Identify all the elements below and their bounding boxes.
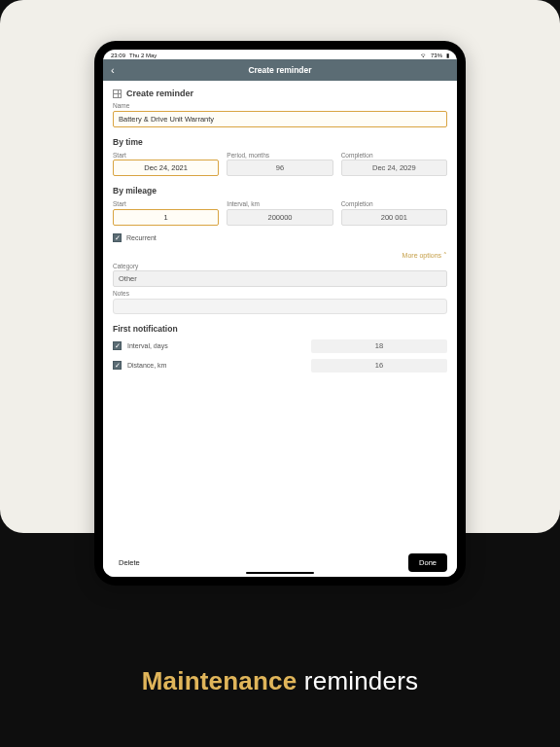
status-date: Thu 2 May <box>129 53 157 58</box>
recurrent-label: Recurrent <box>126 234 157 241</box>
content-area: Create reminder Name Battery & Drive Uni… <box>103 81 457 577</box>
name-input[interactable]: Battery & Drive Unit Warranty <box>113 111 447 127</box>
category-select[interactable]: Other <box>113 270 447 287</box>
mileage-completion-label: Completion <box>341 200 447 207</box>
done-button[interactable]: Done <box>408 553 447 572</box>
more-options-toggle[interactable]: More options ˄ <box>113 252 447 260</box>
battery-icon: ▮ <box>446 52 449 58</box>
chevron-up-icon: ˄ <box>443 252 447 259</box>
by-mileage-title: By mileage <box>113 186 447 196</box>
notes-input[interactable] <box>113 299 447 314</box>
caption-word-1: Maintenance <box>142 666 298 695</box>
name-label: Name <box>113 102 447 109</box>
notif-interval-label: Interval, days <box>127 342 168 349</box>
page-title: Create reminder <box>126 89 193 98</box>
marketing-caption: Maintenance reminders <box>0 666 560 696</box>
time-period-label: Period, months <box>227 152 332 159</box>
status-time: 23:09 <box>111 53 125 58</box>
screen: 23:09 Thu 2 May ᯤ 73% ▮ ‹ Create reminde… <box>103 50 457 577</box>
time-start-input[interactable]: Dec 24, 2021 <box>113 160 219 176</box>
notif-distance-label: Distance, km <box>127 362 166 369</box>
delete-button[interactable]: Delete <box>113 554 146 571</box>
mileage-interval-label: Interval, km <box>227 200 332 207</box>
recurrent-checkbox[interactable]: ✓ <box>113 233 122 242</box>
time-completion-label: Completion <box>341 152 447 159</box>
mileage-start-input[interactable]: 1 <box>113 209 219 226</box>
notif-interval-value[interactable]: 18 <box>311 339 447 353</box>
battery-percent: 73% <box>431 53 442 58</box>
mileage-start-label: Start <box>113 200 219 207</box>
notif-interval-checkbox[interactable]: ✓ <box>113 341 122 350</box>
time-start-label: Start <box>113 152 219 159</box>
notif-distance-value[interactable]: 16 <box>311 359 447 373</box>
home-indicator[interactable] <box>246 572 314 574</box>
back-button[interactable]: ‹ <box>111 65 115 76</box>
mileage-interval-input[interactable]: 200000 <box>227 209 332 226</box>
first-notification-title: First notification <box>113 324 447 334</box>
tablet-frame: 23:09 Thu 2 May ᯤ 73% ▮ ‹ Create reminde… <box>94 41 466 586</box>
notes-label: Notes <box>113 290 447 297</box>
wifi-icon: ᯤ <box>421 53 427 58</box>
navbar-title: Create reminder <box>103 65 457 75</box>
status-bar: 23:09 Thu 2 May ᯤ 73% ▮ <box>103 50 457 59</box>
time-completion-value: Dec 24, 2029 <box>341 160 447 176</box>
mileage-completion-value: 200 001 <box>341 209 447 226</box>
category-label: Category <box>113 263 447 269</box>
caption-word-2: reminders <box>304 666 418 695</box>
calendar-grid-icon <box>113 89 122 98</box>
time-period-input[interactable]: 96 <box>227 160 332 176</box>
notif-distance-checkbox[interactable]: ✓ <box>113 361 122 370</box>
navbar: ‹ Create reminder <box>103 59 457 81</box>
by-time-title: By time <box>113 137 447 147</box>
